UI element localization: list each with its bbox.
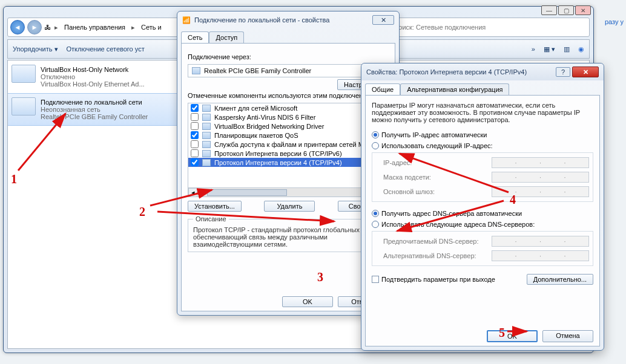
tab-bar: Сеть Доступ — [177, 28, 399, 43]
tab-access[interactable]: Доступ — [209, 31, 244, 43]
radio-icon[interactable] — [372, 210, 379, 217]
back-button[interactable]: ◄ — [10, 20, 25, 34]
dialog-title: Подключение по локальной сети - свойства — [194, 16, 329, 24]
component-label: Протокол Интернета версии 6 (TCP/IPv6) — [214, 150, 342, 157]
search-input[interactable] — [394, 24, 587, 31]
breadcrumb-item[interactable]: Сеть и — [139, 22, 164, 32]
network-icon: 🖧 — [44, 24, 51, 31]
component-label: VirtualBox Bridged Networking Driver — [214, 123, 324, 130]
nic-icon — [12, 65, 36, 83]
component-row[interactable]: Служба доступа к файлам и принтерам сете… — [188, 140, 388, 149]
component-icon — [202, 141, 211, 148]
ok-button[interactable]: OK — [282, 296, 333, 307]
maximize-button[interactable]: ▢ — [558, 5, 574, 15]
annotation-4: 4 — [510, 193, 516, 206]
radio-icon[interactable] — [372, 221, 379, 228]
help-button[interactable]: ? — [556, 67, 570, 77]
validate-checkbox-row[interactable]: Подтвердить параметры при выходе Дополни… — [372, 272, 593, 287]
nic-icon — [192, 67, 200, 74]
component-icon — [202, 114, 211, 121]
alternate-dns-label: Альтернативный DNS-сервер: — [383, 252, 489, 259]
radio-auto-dns[interactable]: Получить адрес DNS-сервера автоматически — [372, 208, 593, 219]
view-icon[interactable]: ▦ ▾ — [544, 45, 555, 53]
description-text: Протокол TCP/IP - стандартный протокол г… — [193, 226, 383, 248]
component-checkbox[interactable] — [191, 131, 199, 139]
scroll-thumb[interactable] — [207, 189, 287, 196]
dialog-title: Свойства: Протокол Интернета версии 4 (T… — [366, 68, 527, 76]
annotation-2: 2 — [139, 206, 145, 218]
close-button[interactable]: ✕ — [575, 5, 591, 15]
dialog-titlebar: 📶 Подключение по локальной сети - свойст… — [177, 11, 399, 28]
component-row-ipv4[interactable]: Протокол Интернета версии 4 (TCP/IPv4) — [188, 158, 388, 167]
component-icon — [202, 150, 211, 157]
ipv4-properties-window: Свойства: Протокол Интернета версии 4 (T… — [361, 63, 604, 351]
component-row[interactable]: Протокол Интернета версии 6 (TCP/IPv6) — [188, 149, 388, 158]
intro-text: Параметры IP могут назначаться автоматич… — [372, 102, 593, 123]
component-checkbox[interactable] — [191, 149, 199, 157]
component-label: Kaspersky Anti-Virus NDIS 6 Filter — [214, 114, 315, 121]
radio-label: Получить адрес DNS-сервера автоматически — [381, 210, 522, 217]
component-icon — [202, 123, 211, 130]
component-checkbox[interactable] — [191, 140, 199, 148]
ip-address-field: ··· — [492, 157, 589, 168]
component-label: Клиент для сетей Microsoft — [214, 105, 297, 112]
components-list[interactable]: Клиент для сетей Microsoft Kaspersky Ant… — [188, 103, 389, 197]
radio-icon[interactable] — [372, 131, 379, 138]
component-row[interactable]: Kaspersky Anti-Virus NDIS 6 Filter — [188, 112, 388, 122]
component-row[interactable]: Планировщик пакетов QoS — [188, 131, 388, 140]
adapter-name: Realtek PCIe GBE Family Controller — [204, 67, 311, 74]
scroll-left-icon[interactable]: ◂ — [188, 188, 197, 197]
component-checkbox[interactable] — [191, 122, 199, 130]
component-icon — [202, 105, 211, 112]
nic-icon: 📶 — [182, 16, 191, 24]
disable-device-button[interactable]: Отключение сетевого уст — [67, 45, 145, 53]
alternate-dns-field: ··· — [492, 250, 589, 261]
component-checkbox[interactable] — [191, 158, 199, 166]
component-checkbox[interactable] — [191, 104, 199, 112]
tab-network[interactable]: Сеть — [181, 31, 209, 43]
minimize-button[interactable]: — — [541, 5, 557, 15]
breadcrumb-item[interactable]: Панель управления — [62, 22, 128, 32]
description-heading: Описание — [193, 215, 229, 223]
cancel-button[interactable]: Отмена — [542, 330, 593, 342]
gateway-label: Основной шлюз: — [383, 188, 489, 195]
component-row[interactable]: VirtualBox Bridged Networking Driver — [188, 122, 388, 131]
validate-label: Подтвердить параметры при выходе — [381, 276, 495, 283]
dialog-titlebar: Свойства: Протокол Интернета версии 4 (T… — [361, 63, 604, 80]
radio-icon[interactable] — [372, 142, 379, 149]
checkbox-icon[interactable] — [372, 276, 379, 283]
component-icon — [202, 159, 211, 166]
tab-general[interactable]: Общие — [365, 83, 400, 95]
radio-manual-ip[interactable]: Использовать следующий IP-адрес: — [372, 140, 593, 151]
ok-button[interactable]: OK — [487, 330, 538, 342]
forward-button[interactable]: ► — [27, 20, 42, 34]
close-button[interactable]: ✕ — [372, 15, 394, 25]
preview-pane-icon[interactable]: ▥ — [564, 45, 570, 53]
component-label: Планировщик пакетов QoS — [214, 132, 298, 139]
organize-menu[interactable]: Упорядочить ▾ — [13, 45, 58, 53]
overflow-button[interactable]: » — [532, 45, 535, 53]
radio-manual-dns[interactable]: Использовать следующие адреса DNS-сервер… — [372, 219, 593, 230]
breadcrumb-sep — [53, 24, 59, 31]
nic-icon — [12, 97, 36, 115]
component-checkbox[interactable] — [191, 113, 199, 121]
components-intro: Отмеченные компоненты используются этим … — [188, 92, 389, 99]
tab-alternative[interactable]: Альтернативная конфигурация — [400, 83, 509, 95]
component-row[interactable]: Клиент для сетей Microsoft — [188, 103, 388, 112]
radio-label: Использовать следующие адреса DNS-сервер… — [381, 221, 535, 228]
advanced-button[interactable]: Дополнительно... — [527, 274, 593, 285]
remove-button[interactable]: Удалить — [264, 201, 315, 212]
install-button[interactable]: Установить... — [188, 201, 242, 212]
radio-label: Использовать следующий IP-адрес: — [381, 142, 493, 149]
close-button[interactable]: ✕ — [572, 67, 599, 77]
annotation-5: 5 — [499, 327, 505, 339]
help-icon[interactable]: ◉ — [578, 45, 584, 53]
component-icon — [202, 132, 211, 139]
component-label: Служба доступа к файлам и принтерам сете… — [214, 141, 385, 148]
background-text: разу у — [605, 18, 624, 25]
tab-pane: Параметры IP могут назначаться автоматич… — [365, 95, 600, 346]
preferred-dns-label: Предпочитаемый DNS-сервер: — [383, 238, 489, 245]
horizontal-scrollbar[interactable]: ◂ ▸ — [188, 187, 388, 197]
radio-auto-ip[interactable]: Получить IP-адрес автоматически — [372, 129, 593, 140]
preferred-dns-field: ··· — [492, 236, 589, 247]
